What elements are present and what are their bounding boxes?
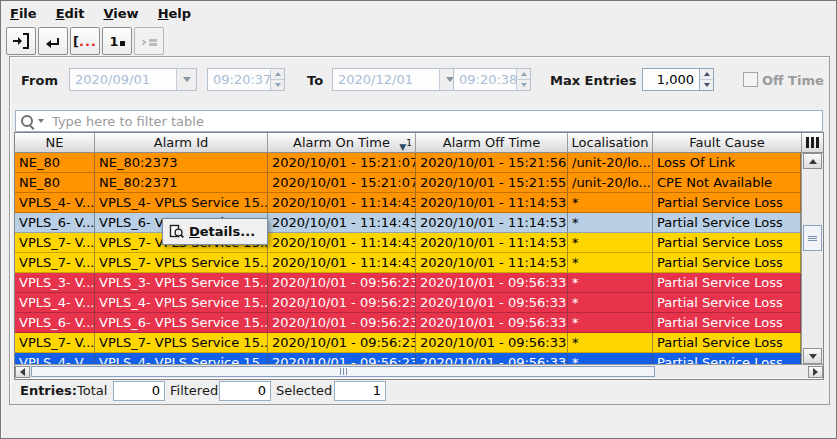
- table-cell[interactable]: VPLS_6- VPLS Service 15...: [95, 313, 268, 333]
- menu-item-file[interactable]: File: [5, 4, 42, 23]
- table-cell[interactable]: 2020/10/01 - 09:56:23: [268, 293, 416, 313]
- from-time-down-button[interactable]: [271, 79, 284, 90]
- table-cell[interactable]: VPLS_4- VPLS Service 15...: [95, 193, 268, 213]
- menu-item-edit[interactable]: Edit: [51, 4, 90, 23]
- column-header-ne[interactable]: NE: [15, 133, 95, 153]
- search-filter-button[interactable]: [21, 115, 44, 127]
- horizontal-scrollbar-thumb[interactable]: [31, 366, 655, 377]
- table-cell[interactable]: 2020/10/01 - 09:56:33: [416, 353, 568, 364]
- horizontal-scrollbar[interactable]: [15, 364, 823, 378]
- table-cell[interactable]: Partial Service Loss: [653, 293, 801, 313]
- table-cell[interactable]: 2020/10/01 - 11:14:43: [268, 213, 416, 233]
- column-header-localisation[interactable]: Localisation: [568, 133, 653, 153]
- from-date-dropdown-button[interactable]: [176, 69, 196, 90]
- table-cell[interactable]: *: [568, 213, 653, 233]
- table-cell[interactable]: VPLS_6- V...: [15, 313, 95, 333]
- table-cell[interactable]: VPLS_3- VPLS Service 15...: [95, 273, 268, 293]
- table-cell[interactable]: Partial Service Loss: [653, 353, 801, 364]
- table-cell[interactable]: Partial Service Loss: [653, 193, 801, 213]
- filter-table-field[interactable]: [15, 110, 823, 132]
- table-cell[interactable]: 2020/10/01 - 09:56:33: [416, 333, 568, 353]
- table-cell[interactable]: 2020/10/01 - 11:14:43: [268, 193, 416, 213]
- table-cell[interactable]: 2020/10/01 - 09:56:23: [268, 273, 416, 293]
- table-cell[interactable]: 2020/10/01 - 09:56:33: [416, 293, 568, 313]
- table-cell[interactable]: 2020/10/01 - 09:56:23: [268, 353, 416, 364]
- table-cell[interactable]: Partial Service Loss: [653, 233, 801, 253]
- table-cell[interactable]: VPLS_4- VPLS Service 15...: [95, 293, 268, 313]
- table-cell[interactable]: Partial Service Loss: [653, 273, 801, 293]
- table-cell[interactable]: Partial Service Loss: [653, 333, 801, 353]
- table-cell[interactable]: VPLS_4- VPLS Service 15...: [95, 353, 268, 364]
- table-cell[interactable]: VPLS_7- VPLS Service 15...: [95, 253, 268, 273]
- vertical-scrollbar-thumb[interactable]: [803, 225, 822, 251]
- table-cell[interactable]: 2020/10/01 - 15:21:07: [268, 173, 416, 193]
- table-cell[interactable]: VPLS_7- V...: [15, 253, 95, 273]
- to-time-spinner[interactable]: 09:20:38: [453, 68, 531, 91]
- toolbar-button-criteria[interactable]: [...: [70, 27, 100, 55]
- table-row[interactable]: VPLS_3- V...VPLS_3- VPLS Service 15...20…: [15, 273, 801, 293]
- scroll-left-button[interactable]: [15, 366, 30, 378]
- column-header-alarm-off-time[interactable]: Alarm Off Time: [416, 133, 568, 153]
- off-time-checkbox[interactable]: [743, 72, 758, 87]
- menu-item-help[interactable]: Help: [153, 4, 196, 23]
- table-cell[interactable]: *: [568, 193, 653, 213]
- table-row[interactable]: VPLS_4- V...VPLS_4- VPLS Service 15...20…: [15, 193, 801, 213]
- table-cell[interactable]: Partial Service Loss: [653, 213, 801, 233]
- table-cell[interactable]: VPLS_4- V...: [15, 293, 95, 313]
- toolbar-button-sort[interactable]: 1: [102, 27, 132, 55]
- to-time-down-button[interactable]: [517, 79, 530, 90]
- table-cell[interactable]: CPE Not Available: [653, 173, 801, 193]
- toolbar-button-return[interactable]: [38, 27, 68, 55]
- table-cell[interactable]: 2020/10/01 - 11:14:43: [268, 253, 416, 273]
- table-cell[interactable]: 2020/10/01 - 11:14:43: [268, 233, 416, 253]
- table-cell[interactable]: 2020/10/01 - 11:14:53: [416, 233, 568, 253]
- max-entries-up-button[interactable]: [700, 69, 713, 79]
- table-cell[interactable]: *: [568, 233, 653, 253]
- table-cell[interactable]: Partial Service Loss: [653, 253, 801, 273]
- table-cell[interactable]: VPLS_4- V...: [15, 353, 95, 364]
- table-cell[interactable]: *: [568, 353, 653, 364]
- table-row[interactable]: VPLS_7- V...VPLS_7- VPLS Service 15...20…: [15, 253, 801, 273]
- table-row[interactable]: VPLS_6- V...VPLS_6- VPLS Service 15...20…: [15, 313, 801, 333]
- table-cell[interactable]: 2020/10/01 - 09:56:23: [268, 333, 416, 353]
- table-cell[interactable]: VPLS_6- V...: [15, 213, 95, 233]
- table-cell[interactable]: 2020/10/01 - 09:56:33: [416, 313, 568, 333]
- scroll-up-button[interactable]: [803, 153, 822, 169]
- column-header-fault-cause[interactable]: Fault Cause: [653, 133, 801, 153]
- table-cell[interactable]: NE_80:2373: [95, 153, 268, 173]
- table-row[interactable]: VPLS_7- V...VPLS_7- VPLS Service 15...20…: [15, 233, 801, 253]
- table-row[interactable]: VPLS_4- V...VPLS_4- VPLS Service 15...20…: [15, 293, 801, 313]
- column-header-alarm-id[interactable]: Alarm Id: [95, 133, 268, 153]
- table-cell[interactable]: /unit-20/lo...: [568, 173, 653, 193]
- column-selector-button[interactable]: [801, 133, 823, 153]
- table-cell[interactable]: 2020/10/01 - 11:14:53: [416, 193, 568, 213]
- table-row[interactable]: VPLS_7- V...VPLS_7- VPLS Service 15...20…: [15, 333, 801, 353]
- table-cell[interactable]: *: [568, 333, 653, 353]
- from-time-spinner[interactable]: 09:20:37: [207, 68, 285, 91]
- from-time-up-button[interactable]: [271, 69, 284, 79]
- table-cell[interactable]: 2020/10/01 - 15:21:55: [416, 173, 568, 193]
- table-cell[interactable]: 2020/10/01 - 09:56:23: [268, 313, 416, 333]
- table-cell[interactable]: VPLS_7- V...: [15, 333, 95, 353]
- table-cell[interactable]: *: [568, 273, 653, 293]
- table-cell[interactable]: 2020/10/01 - 15:21:07: [268, 153, 416, 173]
- table-cell[interactable]: 2020/10/01 - 09:56:33: [416, 273, 568, 293]
- table-cell[interactable]: VPLS_4- V...: [15, 193, 95, 213]
- to-date-combobox[interactable]: 2020/12/01: [332, 68, 460, 91]
- table-row[interactable]: VPLS_4- V...VPLS_4- VPLS Service 15...20…: [15, 353, 801, 364]
- table-cell[interactable]: *: [568, 253, 653, 273]
- table-cell[interactable]: VPLS_7- VPLS Service 15...: [95, 333, 268, 353]
- toolbar-button-open[interactable]: [6, 27, 36, 55]
- max-entries-spinner[interactable]: 1,000: [642, 68, 714, 91]
- toolbar-button-expand-disabled[interactable]: ›: [134, 27, 164, 55]
- filter-table-input[interactable]: [48, 114, 822, 129]
- from-date-combobox[interactable]: 2020/09/01: [69, 68, 197, 91]
- table-cell[interactable]: NE_80:2371: [95, 173, 268, 193]
- table-cell[interactable]: *: [568, 293, 653, 313]
- table-cell[interactable]: NE_80: [15, 173, 95, 193]
- table-cell[interactable]: Partial Service Loss: [653, 313, 801, 333]
- scroll-right-button[interactable]: [808, 366, 823, 378]
- table-cell[interactable]: 2020/10/01 - 11:14:53: [416, 213, 568, 233]
- max-entries-down-button[interactable]: [700, 79, 713, 90]
- table-row[interactable]: NE_80NE_80:23712020/10/01 - 15:21:072020…: [15, 173, 801, 193]
